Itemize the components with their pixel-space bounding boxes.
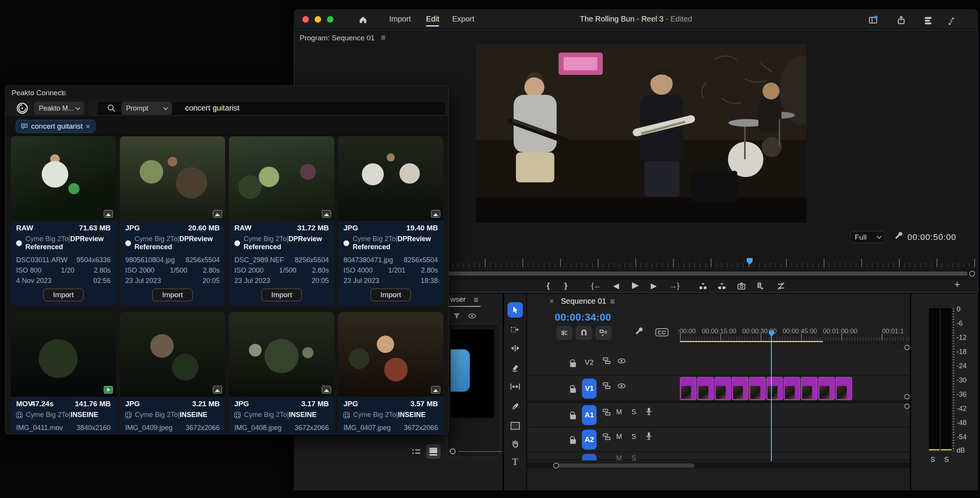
search-field[interactable]: Prompt concert guitarist bbox=[98, 102, 445, 115]
hand-tool[interactable] bbox=[507, 436, 523, 451]
mute-button[interactable]: M bbox=[616, 408, 622, 416]
go-to-out-icon[interactable]: →} bbox=[669, 281, 680, 290]
timeline-ruler[interactable] bbox=[680, 334, 909, 341]
panel-menu-icon[interactable]: ≡ bbox=[610, 297, 615, 306]
insert-icon[interactable] bbox=[756, 281, 765, 291]
solo-button[interactable]: S bbox=[632, 433, 636, 441]
media-card[interactable]: JPG19.40 MB Cyme Big 2To|DPReview Refere… bbox=[338, 136, 443, 306]
import-button[interactable]: Import bbox=[152, 288, 193, 301]
toggle-track-output-eye-icon[interactable] bbox=[617, 357, 626, 365]
track-select-forward-tool[interactable] bbox=[507, 322, 523, 338]
media-card[interactable]: MOV47.24s141.76 MB Cyme Big 2To|INSEINE … bbox=[11, 312, 116, 434]
workspace-icon[interactable] bbox=[868, 15, 878, 25]
media-card[interactable]: RAW31.72 MB Cyme Big 2To|DPReview Refere… bbox=[229, 136, 334, 306]
add-button-icon[interactable]: + bbox=[954, 280, 960, 288]
track-row-a1[interactable]: A1 M S bbox=[527, 403, 910, 427]
solo-button[interactable]: S bbox=[632, 454, 636, 462]
step-back-icon[interactable]: ◀ bbox=[613, 281, 619, 290]
source-patch-icon[interactable] bbox=[602, 433, 611, 441]
track-target-v1[interactable]: V1 bbox=[582, 379, 597, 399]
import-button[interactable]: Import bbox=[43, 288, 84, 301]
razor-tool[interactable] bbox=[507, 361, 523, 376]
solo-button[interactable]: S bbox=[632, 408, 636, 416]
media-card[interactable]: JPG3.57 MB Cyme Big 2To|INSEINE IMG_0407… bbox=[338, 312, 443, 434]
timeline-clip[interactable] bbox=[801, 377, 817, 400]
media-card[interactable]: JPG20.60 MB Cyme Big 2To|DPReview Refere… bbox=[120, 136, 225, 306]
media-card[interactable]: JPG3.21 MB Cyme Big 2To|INSEINE IMG_0409… bbox=[120, 312, 225, 434]
lock-icon[interactable] bbox=[570, 415, 576, 419]
timeline-clip[interactable] bbox=[836, 377, 852, 400]
scrollbar-handle-icon[interactable] bbox=[553, 463, 559, 468]
timeline-clip[interactable] bbox=[818, 377, 835, 400]
vscrollbar-handle[interactable] bbox=[904, 404, 910, 409]
meter-solo-left[interactable]: S bbox=[930, 456, 935, 464]
go-to-in-icon[interactable]: {← bbox=[591, 281, 602, 290]
type-tool[interactable]: T bbox=[507, 454, 523, 470]
source-patch-icon[interactable] bbox=[602, 408, 611, 417]
vscrollbar-handle[interactable] bbox=[904, 345, 910, 350]
search-input[interactable]: concert guitarist bbox=[185, 104, 239, 113]
zoom-level-select[interactable]: Full bbox=[851, 231, 885, 243]
media-card[interactable]: JPG3.17 MB Cyme Big 2To|INSEINE IMG_0408… bbox=[229, 312, 334, 434]
source-patch-icon[interactable] bbox=[602, 382, 611, 390]
playhead-line[interactable] bbox=[771, 336, 772, 461]
track-target-a1[interactable]: A1 bbox=[582, 405, 597, 425]
linked-selection-icon[interactable] bbox=[595, 326, 612, 340]
snap-magnet-icon[interactable] bbox=[576, 326, 592, 340]
voiceover-mic-icon[interactable] bbox=[645, 407, 653, 416]
mute-button[interactable]: M bbox=[616, 433, 622, 441]
lock-icon[interactable] bbox=[570, 388, 576, 393]
panel-menu-icon[interactable]: ≡ bbox=[61, 89, 66, 98]
voiceover-mic-icon[interactable] bbox=[645, 432, 653, 441]
export-frame-icon[interactable] bbox=[737, 281, 746, 291]
lock-icon[interactable] bbox=[570, 439, 576, 444]
media-thumbnail[interactable] bbox=[120, 312, 225, 397]
lock-icon[interactable] bbox=[570, 362, 576, 367]
zoom-slider-handle[interactable] bbox=[450, 448, 456, 454]
track-target-a2[interactable]: A2 bbox=[582, 430, 597, 450]
source-patch-icon[interactable] bbox=[602, 357, 611, 365]
vscrollbar-handle[interactable] bbox=[904, 394, 910, 399]
browser-tab-title[interactable]: wser bbox=[450, 295, 466, 304]
track-row-a3-partial[interactable]: M S bbox=[527, 453, 910, 460]
browser-media-tile[interactable] bbox=[447, 324, 500, 457]
panel-menu-icon[interactable]: ≡ bbox=[474, 295, 478, 304]
media-thumbnail[interactable] bbox=[338, 312, 443, 397]
timeline-timecode[interactable]: 00:00:34:00 bbox=[555, 311, 611, 323]
track-row-a2[interactable]: A2 M S bbox=[527, 428, 910, 452]
mark-out-icon[interactable]: } bbox=[564, 281, 567, 290]
nested-sequence-icon[interactable] bbox=[556, 326, 572, 340]
zoom-slider-track[interactable] bbox=[458, 451, 502, 452]
filter-chip[interactable]: concert guitarist × bbox=[16, 120, 95, 133]
media-thumbnail[interactable] bbox=[338, 136, 443, 221]
thumbnail-view-button[interactable] bbox=[426, 444, 441, 459]
workspace-settings-icon[interactable] bbox=[923, 15, 933, 25]
timeline-clip[interactable] bbox=[784, 377, 800, 400]
share-icon[interactable] bbox=[896, 15, 906, 25]
comparison-view-icon[interactable] bbox=[776, 281, 786, 291]
video-audio-divider[interactable] bbox=[527, 402, 910, 403]
search-mode-select[interactable]: Prompt bbox=[121, 102, 172, 115]
import-button[interactable]: Import bbox=[370, 288, 411, 301]
media-thumbnail[interactable] bbox=[11, 312, 116, 397]
slip-tool[interactable] bbox=[507, 379, 523, 394]
settings-wrench-icon[interactable] bbox=[894, 231, 904, 241]
step-forward-icon[interactable]: ▶ bbox=[651, 281, 657, 290]
meter-solo-right[interactable]: S bbox=[944, 456, 949, 464]
media-card[interactable]: RAW71.63 MB Cyme Big 2To|DPReview Refere… bbox=[11, 136, 116, 306]
remove-filter-icon[interactable]: × bbox=[86, 122, 90, 131]
timeline-clip[interactable] bbox=[697, 377, 714, 400]
rectangle-tool[interactable] bbox=[507, 418, 523, 433]
extract-icon[interactable] bbox=[717, 281, 726, 291]
import-button[interactable]: Import bbox=[261, 288, 302, 301]
captions-icon[interactable]: CC bbox=[655, 328, 668, 336]
lift-icon[interactable] bbox=[698, 281, 708, 291]
timeline-clip[interactable] bbox=[715, 377, 731, 400]
list-view-icon[interactable] bbox=[411, 447, 421, 457]
timeline-hscrollbar[interactable] bbox=[527, 463, 910, 468]
pen-tool[interactable] bbox=[507, 399, 523, 414]
toggle-track-output-eye-icon[interactable] bbox=[617, 382, 626, 390]
media-thumbnail[interactable] bbox=[229, 136, 334, 221]
close-tab-icon[interactable]: × bbox=[549, 297, 554, 306]
media-thumbnail[interactable] bbox=[229, 312, 334, 397]
